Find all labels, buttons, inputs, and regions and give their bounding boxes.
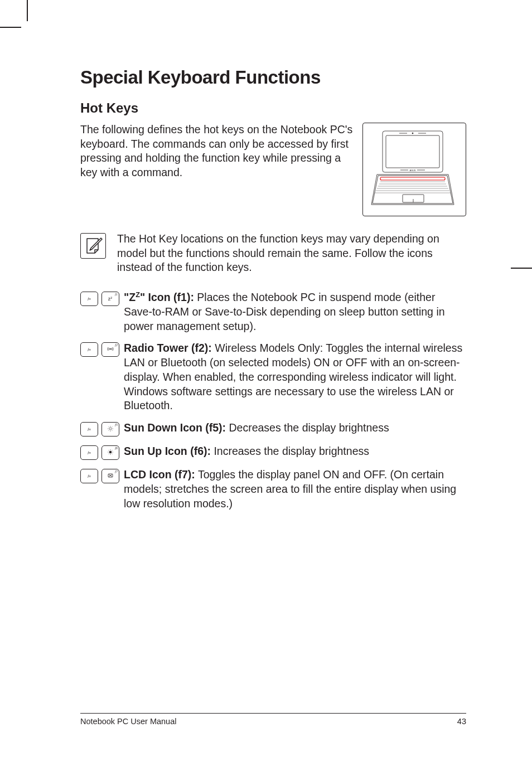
- fn-key-icon: fn: [80, 469, 98, 483]
- svg-line-25: [109, 430, 109, 431]
- svg-line-33: [112, 454, 113, 454]
- crop-mark: [511, 268, 532, 269]
- svg-rect-1: [386, 135, 439, 168]
- f7-key-icon: f7: [101, 469, 119, 483]
- fn-key-icon: fn: [80, 422, 98, 437]
- hotkey-desc: Sun Up Icon (f6): Increases the display …: [123, 444, 466, 459]
- fn-key-icon: fn: [80, 342, 98, 357]
- svg-point-27: [109, 451, 112, 453]
- page-footer: Notebook PC User Manual 43: [80, 713, 466, 726]
- page-content: Special Keyboard Functions Hot Keys The …: [80, 67, 466, 518]
- page-number: 43: [457, 717, 466, 726]
- hotkey-desc: LCD Icon (f7): Toggles the display panel…: [123, 468, 466, 511]
- hotkey-row-f7: fn f7 LCD Icon (f7): Toggles the display…: [80, 468, 466, 511]
- fn-key-icon: fn: [80, 292, 98, 306]
- crop-mark: [27, 0, 28, 21]
- page-title: Special Keyboard Functions: [80, 67, 466, 88]
- svg-rect-8: [380, 177, 445, 180]
- intro-text: The following defines the hot keys on th…: [80, 123, 354, 216]
- fn-key-icon: fn: [80, 445, 98, 460]
- svg-line-32: [109, 450, 109, 451]
- laptop-illustration: ASUS: [362, 123, 466, 216]
- hotkey-row-f6: fn f6 Sun Up Icon (f6): Increases the di…: [80, 444, 466, 460]
- hotkey-desc: Radio Tower (f2): Wireless Models Only: …: [123, 341, 466, 413]
- svg-point-2: [412, 133, 413, 134]
- note-block: The Hot Key locations on the function ke…: [80, 232, 466, 275]
- footer-book-title: Notebook PC User Manual: [80, 717, 176, 726]
- crop-mark: [0, 27, 21, 28]
- hotkey-label: "ZZ" Icon (f1):: [124, 291, 194, 303]
- hotkey-desc: "ZZ" Icon (f1): Places the Notebook PC i…: [123, 290, 466, 333]
- intro-row: The following defines the hot keys on th…: [80, 123, 466, 216]
- hotkey-row-f2: fn f2 Radio Tower (f2): Wireless Models …: [80, 341, 466, 413]
- note-text: The Hot Key locations on the function ke…: [117, 232, 466, 275]
- hotkey-row-f1: fn zᶻ f1 "ZZ" Icon (f1): Places the Note…: [80, 290, 466, 333]
- f1-key-icon: zᶻ f1: [101, 292, 119, 306]
- hotkey-row-f5: fn f5 Sun Down Icon (f5): Decreases the …: [80, 421, 466, 437]
- svg-line-23: [109, 427, 109, 428]
- svg-line-26: [112, 427, 113, 428]
- svg-line-34: [109, 454, 109, 454]
- f6-key-icon: f6: [101, 445, 119, 460]
- hotkey-label: Radio Tower (f2):: [124, 342, 212, 354]
- svg-text:ASUS: ASUS: [410, 169, 416, 172]
- hotkey-label: Sun Down Icon (f5):: [124, 421, 226, 434]
- note-icon: [80, 233, 106, 259]
- f5-key-icon: f5: [101, 422, 119, 437]
- svg-point-17: [110, 349, 111, 350]
- svg-line-35: [112, 450, 113, 451]
- hotkey-label: Sun Up Icon (f6):: [124, 445, 211, 457]
- svg-line-24: [112, 430, 113, 431]
- hotkey-desc: Sun Down Icon (f5): Decreases the displa…: [123, 421, 466, 435]
- f2-key-icon: f2: [101, 342, 119, 357]
- hotkey-label: LCD Icon (f7):: [124, 468, 195, 481]
- svg-rect-0: [383, 131, 443, 172]
- section-title: Hot Keys: [80, 100, 466, 116]
- svg-point-18: [109, 428, 112, 430]
